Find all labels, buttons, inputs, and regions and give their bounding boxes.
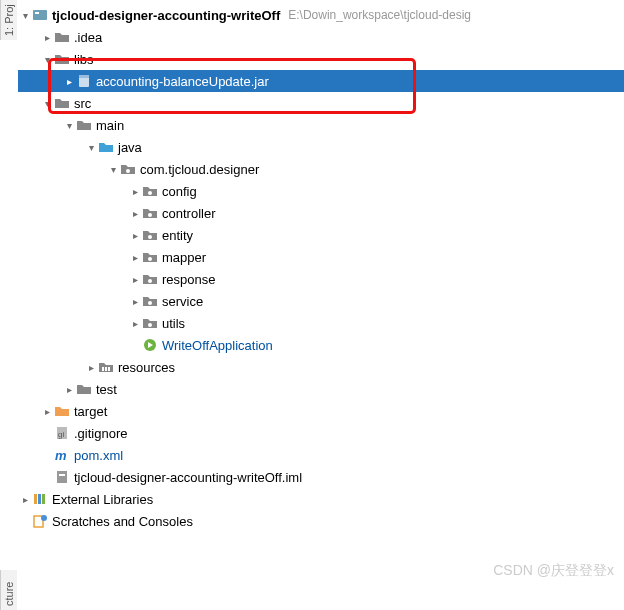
tree-label: tjcloud-designer-accounting-writeOff: [52, 8, 288, 23]
tree-label: WriteOffApplication: [162, 338, 281, 353]
tree-row-iml[interactable]: ▸ tjcloud-designer-accounting-writeOff.i…: [18, 466, 624, 488]
svg-text:gi: gi: [58, 430, 64, 439]
package-icon: [142, 227, 158, 243]
folder-icon: [54, 95, 70, 111]
package-icon: [142, 271, 158, 287]
tree-row-resources[interactable]: ▸ resources: [18, 356, 624, 378]
tree-row-service[interactable]: ▸service: [18, 290, 624, 312]
tool-tab-project[interactable]: 1: Proj: [0, 0, 17, 40]
tree-row-target[interactable]: ▸ target: [18, 400, 624, 422]
chevron-right-icon[interactable]: ▸: [128, 252, 142, 263]
svg-point-7: [148, 235, 152, 239]
svg-point-5: [148, 191, 152, 195]
chevron-down-icon[interactable]: ▾: [84, 142, 98, 153]
tree-row-java[interactable]: ▾ java: [18, 136, 624, 158]
source-folder-icon: [98, 139, 114, 155]
tree-row-config[interactable]: ▸config: [18, 180, 624, 202]
chevron-right-icon[interactable]: ▸: [40, 32, 54, 43]
tree-label: test: [96, 382, 125, 397]
package-icon: [142, 293, 158, 309]
maven-icon: m: [54, 447, 70, 463]
svg-rect-24: [42, 494, 45, 504]
tool-tab-structure[interactable]: cture: [0, 570, 17, 610]
chevron-right-icon[interactable]: ▸: [128, 230, 142, 241]
tree-row-idea[interactable]: ▸ .idea: [18, 26, 624, 48]
tree-row-root[interactable]: ▾ tjcloud-designer-accounting-writeOff E…: [18, 4, 624, 26]
svg-rect-15: [105, 367, 107, 371]
tree-label: External Libraries: [52, 492, 161, 507]
tree-row-external-libs[interactable]: ▸ External Libraries: [18, 488, 624, 510]
chevron-right-icon[interactable]: ▸: [62, 76, 76, 87]
svg-point-11: [148, 323, 152, 327]
tree-label: entity: [162, 228, 201, 243]
svg-rect-16: [108, 367, 110, 371]
tree-label: service: [162, 294, 211, 309]
tree-row-package[interactable]: ▾ com.tjcloud.designer: [18, 158, 624, 180]
tree-label: main: [96, 118, 132, 133]
tree-row-entity[interactable]: ▸entity: [18, 224, 624, 246]
folder-icon: [54, 51, 70, 67]
svg-rect-0: [33, 10, 47, 20]
chevron-down-icon[interactable]: ▾: [40, 54, 54, 65]
package-icon: [142, 249, 158, 265]
chevron-right-icon[interactable]: ▸: [128, 296, 142, 307]
tree-label: response: [162, 272, 223, 287]
tree-row-main[interactable]: ▾ main: [18, 114, 624, 136]
tree-label: .gitignore: [74, 426, 135, 441]
package-icon: [142, 205, 158, 221]
chevron-right-icon[interactable]: ▸: [18, 494, 32, 505]
chevron-right-icon[interactable]: ▸: [62, 384, 76, 395]
resources-folder-icon: [98, 359, 114, 375]
tree-label: com.tjcloud.designer: [140, 162, 267, 177]
svg-point-9: [148, 279, 152, 283]
chevron-down-icon[interactable]: ▾: [106, 164, 120, 175]
tree-label: resources: [118, 360, 183, 375]
tree-row-utils[interactable]: ▸utils: [18, 312, 624, 334]
chevron-down-icon[interactable]: ▾: [62, 120, 76, 131]
chevron-right-icon[interactable]: ▸: [128, 274, 142, 285]
project-tree: ▾ tjcloud-designer-accounting-writeOff E…: [18, 4, 624, 532]
tree-row-scratches[interactable]: ▸ Scratches and Consoles: [18, 510, 624, 532]
tree-label: pom.xml: [74, 448, 131, 463]
tree-label: controller: [162, 206, 223, 221]
svg-point-10: [148, 301, 152, 305]
tree-label: accounting-balanceUpdate.jar: [96, 74, 277, 89]
tree-label: utils: [162, 316, 193, 331]
tree-row-libs[interactable]: ▾ libs: [18, 48, 624, 70]
svg-rect-22: [34, 494, 37, 504]
tree-row-response[interactable]: ▸response: [18, 268, 624, 290]
chevron-right-icon[interactable]: ▸: [84, 362, 98, 373]
excluded-folder-icon: [54, 403, 70, 419]
tree-row-controller[interactable]: ▸controller: [18, 202, 624, 224]
chevron-right-icon[interactable]: ▸: [128, 186, 142, 197]
svg-rect-1: [35, 12, 39, 14]
tree-row-mapper[interactable]: ▸mapper: [18, 246, 624, 268]
tree-label: java: [118, 140, 150, 155]
iml-icon: [54, 469, 70, 485]
tree-row-pom[interactable]: ▸ m pom.xml: [18, 444, 624, 466]
svg-rect-3: [79, 75, 89, 78]
package-icon: [120, 161, 136, 177]
tree-row-gitignore[interactable]: ▸ gi .gitignore: [18, 422, 624, 444]
chevron-down-icon[interactable]: ▾: [18, 10, 32, 21]
tree-row-application[interactable]: ▸ WriteOffApplication: [18, 334, 624, 356]
tree-row-test[interactable]: ▸ test: [18, 378, 624, 400]
tree-row-src[interactable]: ▾ src: [18, 92, 624, 114]
svg-rect-20: [57, 471, 67, 483]
jar-icon: [76, 73, 92, 89]
package-icon: [142, 183, 158, 199]
tree-label: src: [74, 96, 99, 111]
chevron-down-icon[interactable]: ▾: [40, 98, 54, 109]
module-icon: [32, 7, 48, 23]
folder-icon: [76, 117, 92, 133]
chevron-right-icon[interactable]: ▸: [40, 406, 54, 417]
svg-text:m: m: [55, 448, 67, 463]
tree-label: tjcloud-designer-accounting-writeOff.iml: [74, 470, 310, 485]
chevron-right-icon[interactable]: ▸: [128, 208, 142, 219]
tree-row-jar[interactable]: ▸ accounting-balanceUpdate.jar: [18, 70, 624, 92]
svg-point-26: [41, 515, 47, 521]
chevron-right-icon[interactable]: ▸: [128, 318, 142, 329]
spring-run-icon: [142, 337, 158, 353]
tree-label: target: [74, 404, 115, 419]
svg-rect-14: [102, 367, 104, 371]
